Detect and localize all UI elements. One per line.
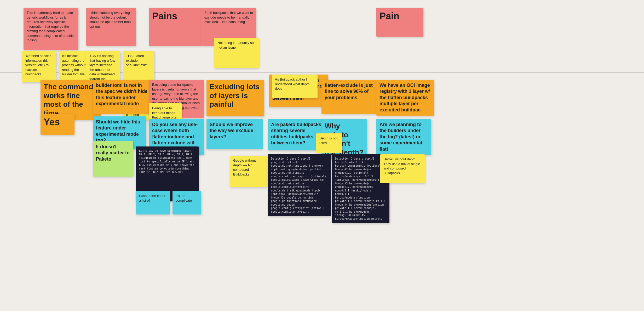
sticky-note-s27[interactable]: It doesn't really matter to Paketo [93,141,133,177]
sticky-note-s2[interactable]: I think flattening everything should not… [86,8,136,46]
sticky-note-s34[interactable]: Heroku without depth They use a mix of s… [380,154,425,183]
whiteboard: This is extremely hard to make generic w… [0,0,644,311]
sticky-note-s32[interactable]: Detection Order: Group #1: google.dotnet… [268,154,331,216]
sticky-note-s13[interactable]: Yes [41,114,74,135]
sticky-note-s14[interactable]: builder.toml is not in the spec we didn'… [93,80,152,114]
sticky-note-s6[interactable]: We need specific information (id, versio… [22,51,56,82]
sticky-note-s1[interactable]: This is extremely hard to make generic w… [24,8,78,50]
sticky-note-s17[interactable]: Excluding lots of layers is painful [206,80,264,116]
sticky-note-s26[interactable]: Depth is not used [316,133,342,153]
sticky-note-s35[interactable]: Pass to the flatten a list of [136,191,170,214]
sticky-note-s3[interactable]: Pains [149,8,201,46]
sticky-note-s10[interactable]: Not doing it manually so not an issue [214,38,259,68]
sticky-note-s5[interactable]: Pain [376,8,423,37]
sticky-note-s36[interactable]: it's too complicate [172,191,201,214]
sticky-note-s30[interactable]: Are we planning to the builders under th… [376,119,431,155]
sticky-note-s19[interactable]: flatten-exclude is just fine to solve 90… [321,80,376,114]
sticky-note-s23[interactable]: Should we improve the way we exclude lay… [206,119,263,149]
sticky-note-s29[interactable]: We have an OCI image registry with 1 lay… [376,80,434,116]
sticky-note-s31[interactable]: Google without depth ---- No composed Bu… [230,156,267,187]
sticky-note-s20[interactable]: As Buildpack author I understood what de… [272,75,318,98]
sticky-note-s9[interactable]: TBS Flatten exclude shouldn't exist [123,51,154,81]
